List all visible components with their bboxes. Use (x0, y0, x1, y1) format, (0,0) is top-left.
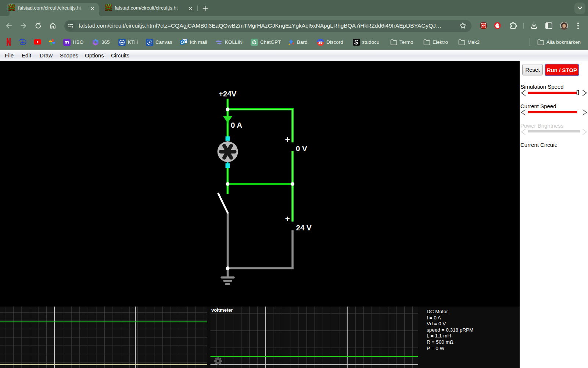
svg-text:0 V: 0 V (296, 144, 307, 153)
svg-text:0 A: 0 A (231, 121, 242, 129)
svg-text:24 V: 24 V (296, 223, 312, 232)
svg-text:+: + (285, 135, 290, 144)
svg-text:+24V: +24V (219, 89, 237, 98)
svg-text:+: + (285, 214, 290, 224)
svg-text:26: 26 (318, 40, 323, 44)
